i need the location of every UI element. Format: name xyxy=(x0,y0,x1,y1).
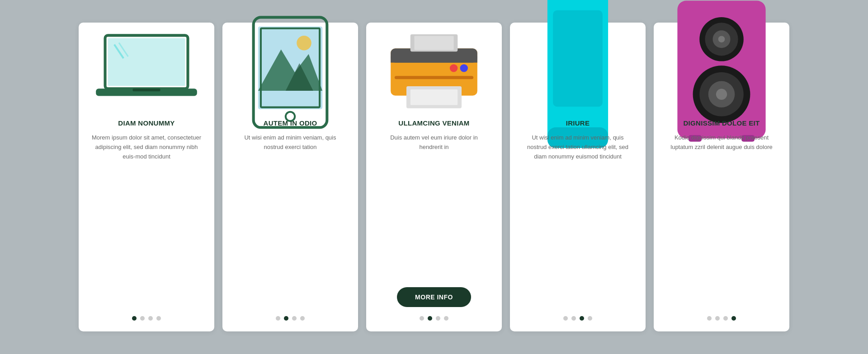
phone-icon xyxy=(235,36,345,108)
card-phone-dots xyxy=(276,316,305,321)
card-printer-title: ULLAMCING VENIAM xyxy=(398,119,469,127)
card-phone-text: Ut wisi enim ad minim veniam, quis nostr… xyxy=(235,133,345,307)
svg-point-37 xyxy=(716,89,727,100)
card-printer: ULLAMCING VENIAM Duis autem vel eum iriu… xyxy=(366,23,502,331)
card-usb-title: IRIURE xyxy=(566,119,590,127)
dot xyxy=(715,316,720,321)
svg-rect-5 xyxy=(133,89,160,92)
card-speaker-dots xyxy=(707,316,736,321)
dot xyxy=(444,316,448,321)
card-speaker: DIGNISSIM DOLOE EIT Kodio dignissim qui … xyxy=(654,23,789,331)
dot xyxy=(723,316,728,321)
dot xyxy=(156,316,161,321)
svg-rect-26 xyxy=(553,10,603,107)
card-laptop: DIAM NONUMMY Morem ipsum dolor sit amet,… xyxy=(79,23,214,331)
dot xyxy=(563,316,568,321)
dot xyxy=(707,316,712,321)
dot xyxy=(731,316,736,321)
dot xyxy=(292,316,297,321)
svg-rect-18 xyxy=(414,36,453,50)
card-phone-title: AUTEM IN ODIO xyxy=(264,119,317,127)
dot xyxy=(300,316,305,321)
cards-container: DIAM NONUMMY Morem ipsum dolor sit amet,… xyxy=(52,0,816,354)
dot xyxy=(428,316,432,321)
svg-point-33 xyxy=(718,36,725,42)
speaker-icon xyxy=(666,36,777,108)
more-info-button[interactable]: MORE INFO xyxy=(397,287,471,307)
dot xyxy=(436,316,440,321)
svg-point-11 xyxy=(297,36,311,51)
svg-rect-23 xyxy=(395,76,473,79)
card-laptop-title: DIAM NONUMMY xyxy=(118,119,175,127)
card-speaker-text: Kodio dignissim qui blandit praesent lup… xyxy=(666,133,777,307)
dot xyxy=(580,316,584,321)
card-speaker-title: DIGNISSIM DOLOE EIT xyxy=(683,119,760,127)
card-phone: AUTEM IN ODIO Ut wisi enim ad minim veni… xyxy=(222,23,358,331)
card-printer-text: Duis autem vel eum iriure dolor in hendr… xyxy=(379,133,489,278)
dot xyxy=(588,316,592,321)
printer-icon xyxy=(379,36,489,108)
dot xyxy=(276,316,280,321)
card-laptop-dots xyxy=(132,316,161,321)
dot xyxy=(148,316,153,321)
svg-point-21 xyxy=(450,65,458,72)
card-usb-text: Ut wisi enim ad minim veniam, quis nostr… xyxy=(523,133,633,307)
svg-rect-16 xyxy=(391,56,477,63)
svg-rect-1 xyxy=(108,38,185,86)
svg-rect-20 xyxy=(410,89,458,105)
dot xyxy=(140,316,145,321)
card-printer-dots xyxy=(420,316,448,321)
dot xyxy=(571,316,576,321)
card-laptop-text: Morem ipsum dolor sit amet, consectetuer… xyxy=(91,133,202,307)
usb-icon xyxy=(523,36,633,108)
dot xyxy=(420,316,424,321)
card-usb-dots xyxy=(563,316,592,321)
card-usb: IRIURE Ut wisi enim ad minim veniam, qui… xyxy=(510,23,646,331)
laptop-icon xyxy=(91,36,202,108)
dot xyxy=(132,316,137,321)
dot xyxy=(284,316,288,321)
svg-point-22 xyxy=(460,65,468,72)
